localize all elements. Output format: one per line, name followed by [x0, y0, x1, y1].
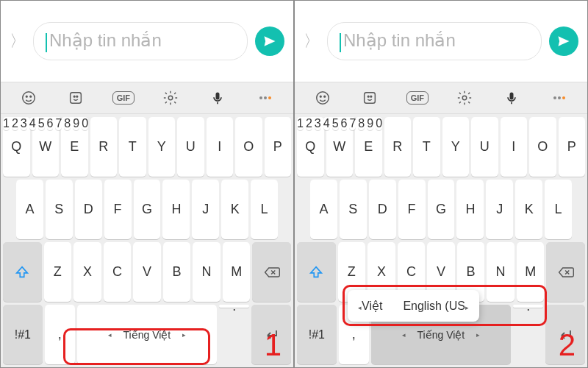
- emoji-icon[interactable]: [17, 88, 40, 108]
- key-0[interactable]: 0: [376, 117, 382, 130]
- key-S[interactable]: S: [46, 180, 73, 239]
- settings-icon[interactable]: [159, 88, 182, 108]
- message-input[interactable]: Nhập tin nhắn: [33, 22, 248, 61]
- more-icon[interactable]: [254, 88, 277, 108]
- key-5[interactable]: 5: [332, 117, 339, 130]
- shift-key[interactable]: [297, 242, 336, 302]
- key-P[interactable]: P: [265, 117, 292, 177]
- lang-option-prev[interactable]: ◂Việt: [358, 299, 382, 313]
- key-Y[interactable]: Y: [442, 117, 470, 177]
- key-D[interactable]: D: [369, 180, 396, 239]
- key-F[interactable]: F: [104, 180, 132, 239]
- key-1[interactable]: 1: [297, 117, 304, 130]
- svg-rect-3: [71, 93, 82, 104]
- key-N[interactable]: N: [487, 242, 514, 302]
- key-O[interactable]: O: [529, 117, 556, 177]
- symbols-key[interactable]: !#1: [297, 305, 337, 364]
- key-A[interactable]: A: [16, 180, 43, 239]
- gif-icon[interactable]: GIF: [406, 88, 429, 108]
- key-F[interactable]: F: [398, 180, 426, 239]
- key-D[interactable]: D: [75, 180, 102, 239]
- message-input[interactable]: Nhập tin nhắn: [327, 22, 542, 61]
- key-J[interactable]: J: [192, 180, 219, 239]
- language-switcher-popup[interactable]: ◂ViệtEnglish (US▸: [348, 290, 479, 322]
- send-button[interactable]: [255, 26, 284, 56]
- key-7[interactable]: 7: [349, 117, 356, 130]
- key-Z[interactable]: Z: [44, 242, 72, 302]
- key-C[interactable]: C: [104, 242, 132, 302]
- key-U[interactable]: U: [471, 117, 498, 177]
- sticker-icon[interactable]: [64, 88, 87, 108]
- key-P[interactable]: P: [559, 117, 586, 177]
- key-G[interactable]: G: [134, 180, 161, 239]
- comma-key[interactable]: ,: [45, 305, 75, 364]
- key-5[interactable]: 5: [38, 117, 45, 130]
- key-2[interactable]: 2: [306, 117, 312, 130]
- key-2[interactable]: 2: [12, 117, 18, 130]
- key-X[interactable]: X: [74, 242, 101, 302]
- svg-point-13: [462, 96, 467, 100]
- key-H[interactable]: H: [162, 180, 190, 239]
- key-J[interactable]: J: [486, 180, 513, 239]
- key-S[interactable]: S: [340, 180, 367, 239]
- key-G[interactable]: G: [428, 180, 455, 239]
- key-A[interactable]: A: [310, 180, 337, 239]
- key-U[interactable]: U: [177, 117, 204, 177]
- mic-icon[interactable]: [500, 88, 523, 108]
- svg-point-9: [324, 96, 326, 97]
- send-button[interactable]: [549, 26, 578, 56]
- key-T[interactable]: T: [413, 117, 440, 177]
- key-M[interactable]: M: [517, 242, 545, 302]
- svg-point-6: [168, 96, 173, 100]
- message-placeholder: Nhập tin nhắn: [343, 30, 456, 50]
- key-L[interactable]: L: [545, 180, 572, 239]
- key-9[interactable]: 9: [367, 117, 373, 130]
- keyboard: 1234567890QWERTYUIOPASDFGHJKLZXCVBNM!#1,…: [295, 114, 587, 367]
- key-M[interactable]: M: [223, 242, 251, 302]
- mic-icon[interactable]: [206, 88, 229, 108]
- key-4[interactable]: 4: [29, 117, 36, 130]
- shift-key[interactable]: [3, 242, 42, 302]
- key-8[interactable]: 8: [64, 117, 71, 130]
- key-Y[interactable]: Y: [148, 117, 176, 177]
- sticker-icon[interactable]: [358, 88, 381, 108]
- lang-option-next[interactable]: English (US▸: [403, 300, 468, 313]
- key-R[interactable]: R: [384, 117, 412, 177]
- key-T[interactable]: T: [119, 117, 146, 177]
- key-0[interactable]: 0: [82, 117, 88, 130]
- key-6[interactable]: 6: [47, 117, 54, 130]
- svg-point-5: [76, 96, 78, 97]
- key-O[interactable]: O: [235, 117, 262, 177]
- more-icon[interactable]: [548, 88, 571, 108]
- svg-point-12: [370, 96, 372, 97]
- key-V[interactable]: V: [133, 242, 161, 302]
- period-key[interactable]: .: [219, 305, 249, 308]
- key-1[interactable]: 1: [3, 117, 10, 130]
- expand-icon[interactable]: 〉: [304, 30, 320, 52]
- key-L[interactable]: L: [251, 180, 278, 239]
- key-R[interactable]: R: [90, 117, 118, 177]
- spacebar-key[interactable]: ◂ Tiếng Việt ▸: [77, 305, 217, 364]
- key-N[interactable]: N: [193, 242, 220, 302]
- backspace-key[interactable]: [252, 242, 291, 302]
- key-3[interactable]: 3: [315, 117, 321, 130]
- key-9[interactable]: 9: [73, 117, 79, 130]
- key-H[interactable]: H: [456, 180, 484, 239]
- key-3[interactable]: 3: [21, 117, 27, 130]
- key-I[interactable]: I: [501, 117, 528, 177]
- key-K[interactable]: K: [515, 180, 542, 239]
- key-7[interactable]: 7: [55, 117, 62, 130]
- key-6[interactable]: 6: [341, 117, 348, 130]
- expand-icon[interactable]: 〉: [10, 30, 26, 52]
- period-key[interactable]: .: [513, 305, 543, 308]
- key-B[interactable]: B: [163, 242, 191, 302]
- symbols-key[interactable]: !#1: [3, 305, 43, 364]
- gif-icon[interactable]: GIF: [112, 88, 135, 108]
- key-K[interactable]: K: [221, 180, 248, 239]
- settings-icon[interactable]: [453, 88, 476, 108]
- emoji-icon[interactable]: [311, 88, 334, 108]
- key-4[interactable]: 4: [323, 117, 330, 130]
- key-I[interactable]: I: [207, 117, 234, 177]
- backspace-key[interactable]: [546, 242, 585, 302]
- key-8[interactable]: 8: [358, 117, 365, 130]
